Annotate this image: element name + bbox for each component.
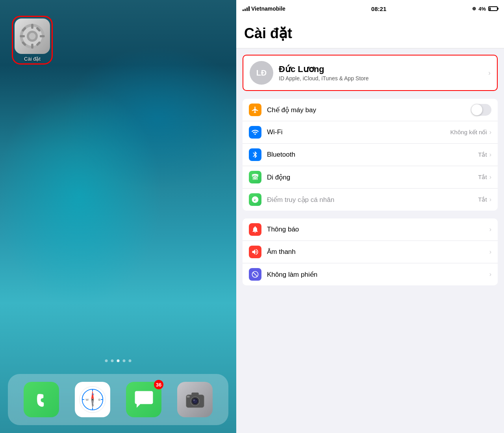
gear-icon <box>19 22 46 50</box>
svg-rect-32 <box>191 392 198 395</box>
svg-point-21 <box>91 398 93 400</box>
hotspot-icon <box>249 193 261 206</box>
app-dock: N S E W 36 <box>8 374 228 425</box>
svg-text:E: E <box>98 398 100 402</box>
hotspot-chevron: › <box>489 196 491 203</box>
sounds-svg <box>251 248 259 256</box>
carrier-name: Vietnamobile <box>251 6 285 12</box>
donotdisturb-label: Không làm phiền <box>267 270 489 279</box>
cellular-label: Di động <box>267 173 478 181</box>
battery-percent: 4% <box>478 6 486 12</box>
dot-2 <box>111 359 114 362</box>
wifi-value: Không kết nối <box>450 129 487 136</box>
bar-4 <box>248 6 250 11</box>
page-title: Cài đặt <box>244 25 496 42</box>
svg-point-11 <box>29 33 36 40</box>
sounds-icon <box>249 246 261 258</box>
airplane-mode-row[interactable]: Chế độ máy bay <box>243 99 498 121</box>
battery-icon <box>488 6 498 11</box>
svg-rect-2 <box>31 24 33 29</box>
camera-app[interactable] <box>177 382 213 417</box>
page-header: Cài đặt <box>236 17 504 48</box>
settings-icon-image <box>15 19 50 54</box>
bar-1 <box>243 9 244 11</box>
dot-1 <box>105 359 108 362</box>
donotdisturb-row[interactable]: Không làm phiền › <box>243 263 498 285</box>
safari-app[interactable]: N S E W <box>75 382 110 417</box>
bluetooth-svg <box>251 151 259 159</box>
home-screen: Cài đặt <box>0 0 236 433</box>
cellular-chevron: › <box>489 174 491 181</box>
profile-subtitle: ID Apple, iCloud, iTunes & App Store <box>279 75 488 81</box>
dot-3 <box>117 359 120 362</box>
notifications-group: Thông báo › Âm thanh › <box>236 218 504 285</box>
svg-rect-33 <box>187 396 189 398</box>
status-right: ⊕ 4% <box>472 6 498 12</box>
profile-name: Đức Lương <box>279 64 488 74</box>
cellular-value: Tắt <box>478 174 487 181</box>
bluetooth-label: Bluetooth <box>267 151 478 159</box>
svg-text:N: N <box>92 392 94 396</box>
notifications-svg <box>251 226 259 233</box>
signal-bars <box>243 6 250 11</box>
page-indicators <box>105 359 132 362</box>
dot-5 <box>129 359 132 362</box>
hotspot-value: Tắt <box>478 196 487 203</box>
svg-text:S: S <box>92 403 94 407</box>
sounds-chevron: › <box>489 248 491 255</box>
donotdisturb-icon <box>249 268 261 281</box>
phone-app[interactable] <box>24 382 59 417</box>
airplane-label: Chế độ máy bay <box>267 106 471 114</box>
status-bar: Vietnamobile 08:21 ⊕ 4% <box>236 0 504 17</box>
airplane-icon <box>249 104 261 116</box>
toggle-knob <box>471 104 482 115</box>
svg-rect-3 <box>31 44 33 49</box>
notifications-row[interactable]: Thông báo › <box>243 218 498 241</box>
notifications-chevron: › <box>489 226 491 233</box>
notifications-list: Thông báo › Âm thanh › <box>243 218 498 285</box>
airplane-svg <box>251 106 259 114</box>
bluetooth-row[interactable]: Bluetooth Tắt › <box>243 144 498 166</box>
settings-app-label: Cài đặt <box>24 56 41 62</box>
hotspot-label: Điểm truy cập cá nhân <box>267 196 478 204</box>
settings-content: LĐ Đức Lương ID Apple, iCloud, iTunes & … <box>236 48 504 433</box>
svg-rect-4 <box>20 35 25 37</box>
avatar: LĐ <box>250 61 273 85</box>
status-left: Vietnamobile <box>243 6 285 12</box>
notifications-label: Thông báo <box>267 226 489 233</box>
sounds-label: Âm thanh <box>267 248 489 256</box>
sounds-row[interactable]: Âm thanh › <box>243 241 498 263</box>
settings-screen: Vietnamobile 08:21 ⊕ 4% Cài đặt LĐ <box>236 0 504 433</box>
messages-icon <box>133 389 155 411</box>
svg-rect-5 <box>40 35 45 37</box>
donotdisturb-svg <box>251 270 259 278</box>
hotspot-row[interactable]: Điểm truy cập cá nhân Tắt › <box>243 189 498 211</box>
connectivity-group: Chế độ máy bay Wi-Fi Không kết nối › <box>236 99 504 211</box>
cellular-svg <box>251 173 259 181</box>
bar-3 <box>246 7 248 11</box>
notifications-icon <box>249 223 261 236</box>
profile-row[interactable]: LĐ Đức Lương ID Apple, iCloud, iTunes & … <box>243 55 498 91</box>
svg-text:W: W <box>86 398 89 402</box>
donotdisturb-chevron: › <box>489 271 491 278</box>
settings-app-icon[interactable]: Cài đặt <box>12 16 53 65</box>
profile-chevron: › <box>488 69 491 77</box>
bar-2 <box>245 9 246 11</box>
safari-icon: N S E W <box>79 386 106 413</box>
profile-info: Đức Lương ID Apple, iCloud, iTunes & App… <box>279 64 488 81</box>
airplane-toggle[interactable] <box>471 104 491 116</box>
phone-icon <box>31 389 52 411</box>
hotspot-svg <box>251 196 259 204</box>
dot-4 <box>123 359 126 362</box>
bluetooth-value: Tắt <box>478 151 487 158</box>
wifi-row[interactable]: Wi-Fi Không kết nối › <box>243 121 498 144</box>
connectivity-list: Chế độ máy bay Wi-Fi Không kết nối › <box>243 99 498 211</box>
status-time: 08:21 <box>371 6 386 12</box>
cellular-row[interactable]: Di động Tắt › <box>243 166 498 189</box>
cellular-icon <box>249 171 261 183</box>
messages-app[interactable]: 36 <box>126 382 161 417</box>
wifi-icon <box>249 126 261 139</box>
bluetooth-chevron: › <box>489 151 491 158</box>
wifi-label: Wi-Fi <box>267 128 450 136</box>
location-icon: ⊕ <box>472 6 476 11</box>
